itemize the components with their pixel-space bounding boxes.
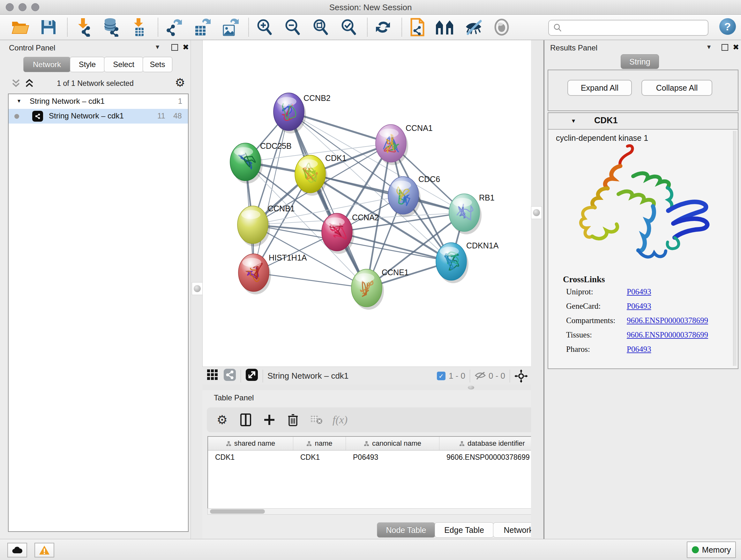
right-splitter-grip[interactable] (531, 206, 542, 219)
control-panel-title: Control Panel (9, 44, 55, 52)
network-row-selected[interactable]: String Network – cdk1 11 48 (9, 109, 188, 124)
collapse-all-button[interactable]: Collapse All (642, 80, 712, 96)
results-scrollbar[interactable] (733, 131, 737, 366)
left-splitter[interactable] (191, 40, 203, 539)
hide-selection-icon[interactable] (463, 17, 484, 38)
tree-expand-caret-icon[interactable]: ▾ (17, 98, 20, 105)
warnings-button[interactable] (35, 543, 54, 557)
tab-sets[interactable]: Sets (143, 57, 172, 72)
warning-icon (39, 545, 50, 555)
search-input[interactable] (562, 22, 708, 34)
selected-checkbox-icon[interactable]: ✓ (437, 372, 446, 380)
node-label-RB1: RB1 (479, 193, 495, 202)
node-label-CDC6: CDC6 (418, 175, 440, 184)
horizontal-splitter-grip[interactable] (468, 386, 474, 389)
network-collection-row[interactable]: ▾ String Network – cdk1 1 (9, 94, 188, 109)
show-all-icon[interactable] (491, 17, 512, 38)
network-edge[interactable] (254, 112, 289, 273)
apply-preferred-layout-icon[interactable] (373, 17, 393, 38)
create-column-plus-icon[interactable] (262, 412, 277, 428)
column-header[interactable]: database identifier (440, 437, 545, 450)
expand-all-button[interactable]: Expand All (567, 80, 632, 96)
zoom-selected-region-icon[interactable] (338, 17, 359, 38)
status-bar: Memory (0, 539, 741, 560)
crosslink-link[interactable]: P06493 (627, 302, 651, 311)
function-builder-icon[interactable]: f(x) (333, 412, 347, 428)
search-field[interactable] (548, 20, 709, 36)
show-columns-icon[interactable] (238, 412, 253, 428)
table-scrollbar-thumb[interactable] (210, 509, 265, 514)
crosslink-link[interactable]: 9606.ENSP00000378699 (627, 330, 708, 339)
table-cell[interactable]: 9606.ENSP00000378699 (440, 450, 545, 464)
node-label-CCNE1: CCNE1 (382, 268, 409, 277)
node-label-CDKN1A: CDKN1A (466, 241, 499, 250)
network-row-label: String Network – cdk1 (49, 111, 124, 120)
tab-edge-table[interactable]: Edge Table (434, 522, 494, 538)
tab-select[interactable]: Select (104, 57, 143, 72)
zoom-fit-content-icon[interactable] (310, 17, 331, 38)
import-table-from-file-icon[interactable] (129, 17, 149, 38)
memory-button[interactable]: Memory (687, 542, 736, 558)
network-graph[interactable]: CCNB2CCNA1CDC25BCDK1CDC6RB1CCNB1CCNA2CDK… (203, 40, 533, 367)
panel-float-icon[interactable] (172, 44, 178, 51)
table-cell[interactable]: CDK1 (293, 450, 346, 464)
open-session-icon[interactable] (10, 17, 30, 38)
tab-style[interactable]: Style (70, 57, 105, 72)
collection-count: 1 (178, 97, 182, 106)
panel-close-icon[interactable]: ✖ (183, 43, 189, 52)
grid-view-icon[interactable] (207, 369, 218, 383)
import-network-from-file-icon[interactable] (73, 17, 93, 38)
right-splitter[interactable] (531, 40, 543, 539)
panel-menu-caret-icon[interactable]: ▾ (707, 43, 711, 51)
export-table-icon[interactable] (192, 17, 212, 38)
new-network-from-selection-icon[interactable] (407, 17, 428, 38)
crosslink-label: Pharos: (566, 345, 590, 354)
column-header[interactable]: shared name (208, 437, 293, 450)
tab-node-table[interactable]: Node Table (377, 522, 435, 538)
open-view-in-window-icon[interactable] (246, 368, 258, 383)
tab-string[interactable]: String (621, 54, 659, 69)
string-node-section: ▾ CDK1 cyclin-dependent kinase 1 Cross (548, 112, 738, 369)
toolbar-separator (67, 18, 68, 37)
network-canvas[interactable]: CCNB2CCNA1CDC25BCDK1CDC6RB1CCNB1CCNA2CDK… (202, 40, 533, 367)
save-session-icon[interactable] (38, 17, 59, 38)
network-edge[interactable] (310, 174, 464, 212)
tab-network[interactable]: Network (23, 57, 71, 72)
import-network-from-database-icon[interactable] (101, 17, 121, 38)
table-cell[interactable]: CDK1 (208, 450, 293, 464)
help-button[interactable]: ? (719, 18, 736, 35)
crosslink-link[interactable]: P06493 (627, 345, 651, 354)
table-settings-gear-icon[interactable]: ⚙ (214, 412, 230, 428)
table-panel-title: Table Panel (214, 393, 254, 402)
network-share-view-icon[interactable] (223, 368, 236, 383)
column-header[interactable]: name (293, 437, 346, 450)
zoom-in-icon[interactable] (254, 17, 274, 38)
node-label-CCNA2: CCNA2 (352, 213, 379, 222)
toolbar-separator (248, 18, 249, 37)
export-network-icon[interactable] (163, 17, 184, 38)
panel-close-icon[interactable]: ✖ (733, 43, 739, 52)
column-header[interactable]: canonical name (346, 437, 440, 450)
toolbar-separator (401, 18, 402, 37)
crosslink-link[interactable]: 9606.ENSP00000378699 (627, 316, 708, 325)
crosslink-label: Compartments: (566, 316, 615, 325)
export-image-icon[interactable] (219, 17, 240, 38)
section-collapse-caret-icon[interactable]: ▾ (572, 117, 575, 125)
gene-name: CDK1 (594, 116, 618, 125)
delete-column-trash-icon[interactable] (285, 412, 300, 428)
fit-selected-crosshair-icon[interactable] (515, 369, 528, 383)
node-label-CDC25B: CDC25B (260, 141, 292, 150)
crosslink-link[interactable]: P06493 (627, 287, 651, 296)
gene-section-header[interactable]: ▾ CDK1 (548, 113, 738, 130)
cloud-status-button[interactable] (7, 543, 27, 557)
delete-table-icon[interactable] (309, 412, 324, 428)
first-neighbors-icon[interactable] (435, 17, 456, 38)
panel-float-icon[interactable] (722, 44, 728, 51)
left-splitter-grip[interactable] (192, 282, 203, 295)
table-cell[interactable]: P06493 (346, 450, 440, 464)
network-options-gear-icon[interactable]: ⚙ (175, 76, 185, 89)
zoom-out-icon[interactable] (282, 17, 302, 38)
help-icon: ? (724, 20, 731, 33)
panel-menu-caret-icon[interactable]: ▾ (156, 43, 159, 51)
hidden-eye-icon[interactable] (475, 372, 486, 381)
